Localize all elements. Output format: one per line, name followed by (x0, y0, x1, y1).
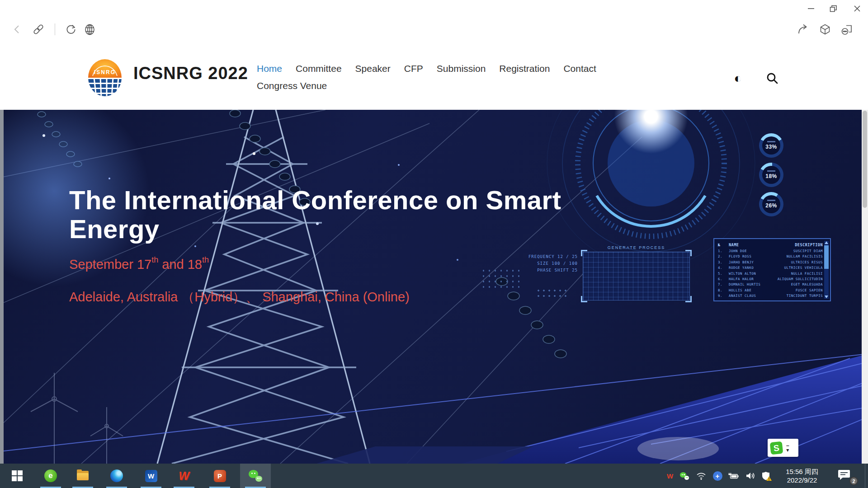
minimize-button[interactable] (803, 3, 819, 14)
battery-icon (728, 472, 739, 480)
scrollbar-thumb[interactable] (863, 111, 867, 208)
hero-title-line2: Energy (69, 214, 160, 244)
taskbar: e W W P (0, 464, 868, 488)
taskbar-app-powerpoint[interactable]: P (213, 469, 226, 483)
taskbar-app-edge[interactable] (110, 469, 123, 483)
hud-panel-title: GENERATE PROCESS (581, 245, 692, 250)
hud-dot-matrix (481, 268, 519, 289)
tray-defender[interactable] (761, 471, 772, 481)
link-button[interactable] (31, 22, 46, 37)
hud-table-row: 7.DOMNAIL HURTISEGET MALESUADA (718, 282, 823, 287)
notification-center-button[interactable]: 2 (837, 469, 857, 483)
globe-button[interactable] (82, 22, 97, 37)
start-button[interactable] (10, 469, 24, 483)
hero-dates: September 17th and 18th (69, 255, 209, 272)
hero-title-line1: The International Conference on Smart (69, 185, 561, 215)
restore-button[interactable] (826, 3, 841, 14)
hud-data-table: №NAMEDESCRIPTION 1.JOHN DOESUSCIPIT DIAM… (713, 238, 831, 301)
powerpoint-icon: P (214, 470, 226, 482)
edge-icon (110, 469, 123, 482)
tray-wechat[interactable] (679, 471, 690, 481)
apps-launcher-button[interactable] (839, 22, 854, 37)
tray-360-safety[interactable]: + (712, 471, 723, 481)
windows-start-icon (12, 470, 23, 481)
hud-table-row: 3.JARHO BENJYULTRICES RISUS (718, 260, 823, 265)
nav-item-contact[interactable]: Contact (563, 63, 596, 74)
wifi-icon (696, 471, 706, 480)
hud-dot-matrix-2 (536, 288, 569, 300)
nav-item-submission[interactable]: Submission (437, 63, 486, 74)
taskbar-app-wechat[interactable] (249, 469, 262, 483)
logo-text: ISNRG (94, 69, 116, 75)
minimize-icon (806, 4, 816, 14)
site-title: ICSNRG 2022 (133, 64, 248, 83)
share-icon (797, 23, 810, 36)
show-desktop-button[interactable] (865, 464, 868, 488)
file-explorer-icon (76, 469, 90, 483)
hud-table-row: 8.HOLLIS ABEFUSCE SAPIEN (718, 288, 823, 293)
hud-table-row: 4.RODGE YANKOULTRICES VEHICULA (718, 265, 823, 271)
hero-banner: The International Conference on Smart En… (0, 110, 868, 464)
search-button[interactable] (764, 70, 780, 86)
taskbar-app-word[interactable]: W (144, 469, 158, 483)
hero-location: Adelaide, Australia （Hybrid）、 Shanghai, … (69, 288, 410, 306)
hud-table-header: №NAMEDESCRIPTION (718, 241, 823, 249)
widget-expand-button[interactable]: ▾ (786, 448, 789, 452)
360-browser-icon: e (44, 469, 57, 482)
nav-item-congress-venue[interactable]: Congress Venue (257, 80, 327, 91)
taskbar-app-file-explorer[interactable] (76, 469, 90, 483)
page-scrollbar[interactable] (862, 110, 868, 464)
cube-button[interactable] (817, 22, 833, 37)
hud-gauge-3: 26% (759, 192, 783, 216)
main-nav: Home Committee Speaker CFP Submission Re… (257, 63, 596, 74)
wps-icon: W (179, 469, 189, 483)
hud-panel-grid (583, 252, 690, 300)
nav-item-committee[interactable]: Committee (296, 63, 342, 74)
notification-badge: 2 (849, 477, 858, 485)
hud-table-row: 9.ANAIST CLAUSTINCIDUNT TURPIS (718, 293, 823, 299)
tray-wps[interactable]: W (665, 471, 675, 481)
desktop-edge-strip (0, 110, 4, 464)
hud-table-scrollbar (824, 241, 829, 299)
tray-wifi[interactable] (696, 471, 707, 481)
dark-mode-toggle[interactable]: ◐ (730, 70, 746, 86)
globe-icon (84, 23, 96, 36)
hud-generate-panel: GENERATE PROCESS (581, 245, 692, 300)
refresh-button[interactable] (63, 22, 79, 37)
tray-volume[interactable] (745, 471, 756, 481)
contrast-icon: ◐ (734, 72, 742, 85)
word-icon: W (145, 470, 157, 482)
close-button[interactable] (849, 3, 865, 14)
nav-item-speaker[interactable]: Speaker (355, 63, 391, 74)
hud-table-row: 1.JOHN DOESUSCIPIT DIAM (718, 249, 823, 254)
share-button[interactable] (796, 22, 811, 37)
hud-table-row: 6.HALFA HALORALIQUAM SOLLICITUDIN (718, 277, 823, 282)
nav-item-home[interactable]: Home (257, 63, 282, 74)
apps-launcher-icon (840, 23, 853, 36)
site-header: ISNRG ICSNRG 2 (0, 43, 868, 110)
screen: ISNRG ICSNRG 2 (0, 0, 868, 488)
wechat-icon (249, 469, 262, 483)
restore-icon (828, 4, 838, 14)
defender-shield-icon (761, 471, 772, 481)
hud-gauge-1: 33% (759, 133, 783, 158)
cube-icon (819, 23, 831, 36)
nav-item-cfp[interactable]: CFP (404, 63, 423, 74)
taskbar-clock[interactable]: 15:56 周四 2022/9/22 (778, 467, 826, 484)
taskbar-app-wps[interactable]: W (177, 469, 191, 483)
nav-item-registration[interactable]: Registration (499, 63, 550, 74)
link-icon (32, 23, 45, 36)
notification-icon (837, 469, 851, 481)
360-safety-icon: + (713, 471, 722, 481)
clock-date: 2022/9/22 (778, 476, 826, 484)
tray-battery[interactable] (728, 471, 739, 481)
wechat-tray-icon (680, 471, 689, 480)
taskbar-app-360-browser[interactable]: e (44, 469, 57, 483)
site-logo[interactable]: ISNRG (86, 58, 123, 98)
browser-chrome (0, 0, 868, 43)
hud-gauge-2: 18% (759, 163, 783, 187)
back-button[interactable] (10, 22, 25, 37)
close-icon (852, 4, 862, 14)
translate-widget-icon[interactable]: S (770, 441, 783, 455)
translate-widget[interactable]: S – ▾ (768, 439, 798, 457)
